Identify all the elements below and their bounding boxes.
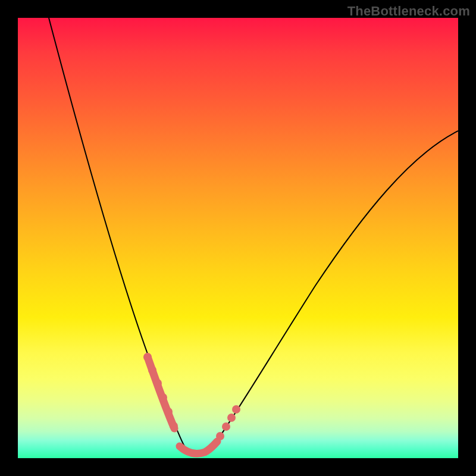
bottleneck-curve — [18, 18, 458, 458]
highlight-dot — [222, 422, 230, 431]
highlight-dot — [170, 422, 178, 430]
highlight-dot — [154, 379, 162, 387]
watermark-text: TheBottleneck.com — [347, 4, 470, 19]
highlight-dot — [148, 366, 156, 374]
highlight-dot — [159, 393, 167, 402]
highlight-dot — [227, 414, 236, 422]
highlight-dot — [216, 432, 224, 440]
highlight-dot — [232, 405, 240, 414]
chart-plot-area — [18, 18, 458, 458]
curve-path — [49, 18, 458, 455]
highlight-segment-bottom — [180, 441, 217, 453]
highlight-dot — [143, 353, 152, 361]
highlight-dot — [164, 408, 173, 416]
